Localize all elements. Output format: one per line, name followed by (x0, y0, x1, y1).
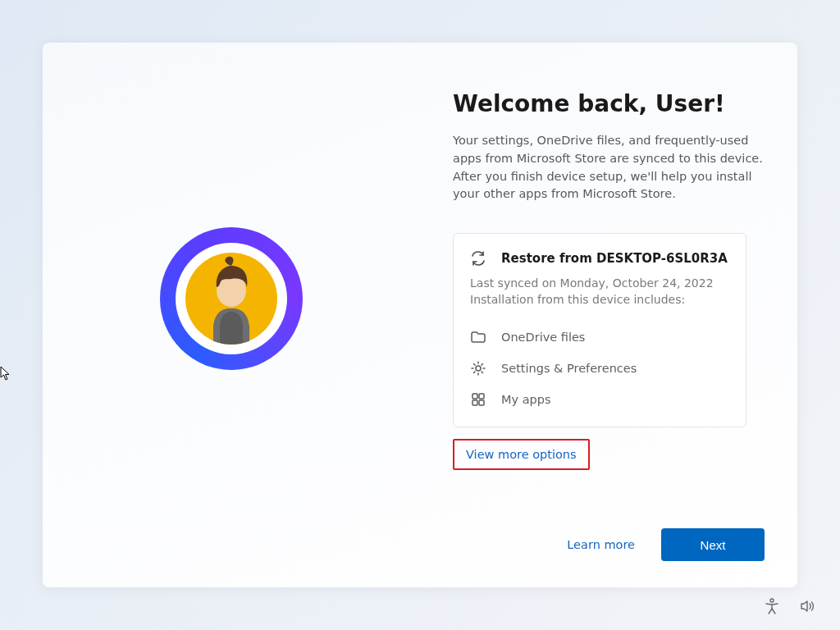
svg-rect-4 (472, 400, 477, 405)
learn-more-link[interactable]: Learn more (559, 532, 643, 558)
restore-header: Restore from DESKTOP-6SL0R3A (470, 250, 729, 267)
include-settings: Settings & Preferences (470, 353, 729, 384)
user-avatar (160, 227, 303, 370)
footer-actions: Learn more Next (559, 528, 765, 561)
next-button[interactable]: Next (661, 528, 765, 561)
include-onedrive-label: OneDrive files (501, 331, 585, 344)
gear-icon (470, 360, 486, 377)
accessibility-icon[interactable] (763, 597, 781, 615)
person-icon (185, 253, 277, 345)
restore-includes-label: Installation from this device includes: (470, 293, 685, 306)
oobe-taskbar (763, 597, 817, 615)
svg-point-6 (770, 599, 774, 602)
include-apps: My apps (470, 384, 729, 415)
restore-subtext: Last synced on Monday, October 24, 2022 … (470, 275, 729, 308)
mouse-cursor (0, 366, 11, 381)
page-title: Welcome back, User! (453, 90, 765, 117)
view-more-options-link[interactable]: View more options (453, 439, 590, 470)
restore-last-synced: Last synced on Monday, October 24, 2022 (470, 276, 714, 290)
sync-icon (470, 250, 486, 267)
volume-icon[interactable] (799, 597, 817, 615)
include-settings-label: Settings & Preferences (501, 362, 637, 375)
avatar-ring (176, 243, 287, 354)
include-onedrive: OneDrive files (470, 322, 729, 353)
apps-icon (470, 391, 486, 408)
page-description: Your settings, OneDrive files, and frequ… (453, 132, 765, 203)
avatar-circle (185, 253, 277, 345)
svg-rect-2 (472, 394, 477, 399)
right-pane: Welcome back, User! Your settings, OneDr… (420, 43, 797, 587)
svg-rect-3 (479, 394, 484, 399)
left-pane (43, 43, 420, 587)
folder-icon (470, 329, 486, 345)
svg-rect-5 (479, 400, 484, 405)
restore-title: Restore from DESKTOP-6SL0R3A (501, 251, 728, 266)
svg-point-1 (476, 366, 481, 371)
include-apps-label: My apps (501, 393, 551, 406)
restore-card: Restore from DESKTOP-6SL0R3A Last synced… (453, 233, 746, 427)
setup-card: Welcome back, User! Your settings, OneDr… (43, 43, 797, 587)
